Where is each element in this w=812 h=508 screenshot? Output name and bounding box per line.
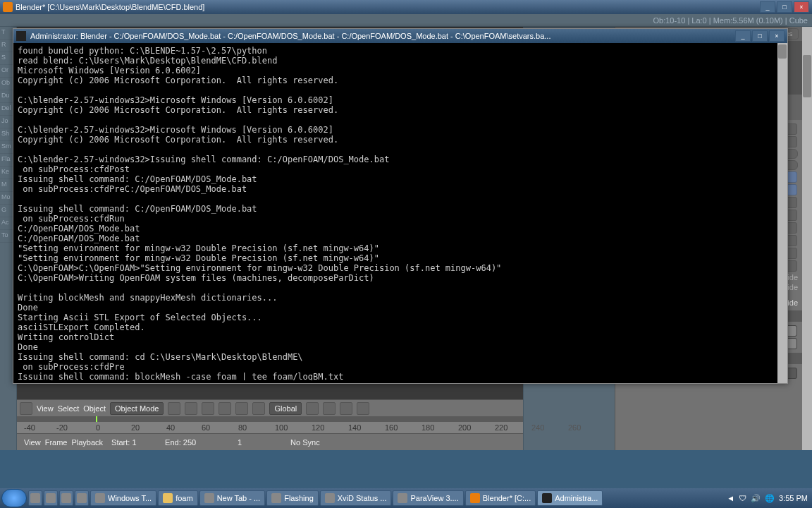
current-frame[interactable]: 1 [219,438,261,447]
object-menu[interactable]: Object [83,404,106,413]
viewport-header: View Select Object Object Mode Global [17,399,523,416]
console-titlebar[interactable]: Administrator: Blender - C:/OpenFOAM/DOS… [13,29,787,43]
manip-rotate-icon[interactable] [235,402,248,415]
select-menu[interactable]: Select [58,404,80,413]
pivot-icon[interactable] [185,402,197,415]
quick-launch-icon[interactable] [75,490,89,506]
editor-type-icon[interactable] [20,402,32,415]
blender-titlebar[interactable]: Blender* [C:\Users\Mark\Desktop\BlendME\… [0,0,812,14]
start-frame[interactable]: Start: 1 [111,438,161,447]
blender-info-bar: Ob:10-10 | La:0 | Mem:5.56M (0.10M) | Cu… [0,14,812,27]
tray-icon[interactable]: 🛡 [739,494,746,502]
tray-icon[interactable]: 🔊 [751,494,761,503]
taskbar-item[interactable]: ParaView 3.... [393,490,463,506]
manip-translate-icon[interactable] [219,402,231,415]
taskbar-item[interactable]: Flashing [266,490,319,506]
tl-frame-menu[interactable]: Frame [45,438,68,447]
manip-scale-icon[interactable] [252,402,265,415]
timeline-ruler[interactable]: -40 -20 0 20 40 60 80 100 120 140 160 18… [17,422,523,433]
taskbar: Windows T... foam New Tab - ... Flashing… [0,488,812,508]
minimize-button[interactable]: _ [760,1,775,13]
cmd-icon [16,31,26,41]
end-frame[interactable]: End: 250 [165,438,214,447]
shading-icon[interactable] [168,402,180,415]
console-scrollbar[interactable] [777,43,787,383]
quick-launch-icon[interactable] [28,490,42,506]
scrollbar-area [802,27,812,450]
layers2-icon[interactable] [323,402,336,415]
taskbar-item[interactable]: New Tab - ... [199,490,266,506]
timeline-track[interactable] [17,416,523,422]
snap-icon[interactable] [340,402,352,415]
blender-icon [3,2,13,12]
render-icon[interactable] [357,402,369,415]
taskbar-item[interactable]: foam [158,490,197,506]
tray-icon[interactable]: ◄ [727,494,734,502]
manipulator-icon[interactable] [202,402,214,415]
window-title: Blender* [C:\Users\Mark\Desktop\BlendME\… [16,3,204,11]
info-stats: Ob:10-10 | La:0 | Mem:5.56M (0.10M) | Cu… [653,16,808,25]
console-minimize[interactable]: _ [735,30,751,42]
quick-launch-icon[interactable] [44,490,58,506]
tray-icon[interactable]: 🌐 [765,494,775,503]
taskbar-item[interactable]: XviD Status ... [320,490,392,506]
taskbar-item[interactable]: Windows T... [90,490,156,506]
system-tray[interactable]: ◄ 🛡 🔊 🌐 3:55 PM [727,494,811,503]
layers-icon[interactable] [306,402,319,415]
maximize-button[interactable]: □ [777,1,792,13]
clock[interactable]: 3:55 PM [779,494,808,502]
taskbar-item-active[interactable]: Administra... [537,490,603,506]
console-window[interactable]: Administrator: Blender - C:/OpenFOAM/DOS… [13,28,788,384]
mode-select[interactable]: Object Mode [110,402,164,415]
console-title-text: Administrator: Blender - C:/OpenFOAM/DOS… [30,32,550,40]
taskbar-item[interactable]: Blender* [C:... [465,490,536,506]
start-button[interactable] [1,489,27,507]
timeline-header: View Frame Playback Start: 1 End: 250 1 … [17,433,523,450]
close-button[interactable]: × [794,1,809,13]
console-maximize[interactable]: □ [752,30,768,42]
scrollbar[interactable] [802,27,812,450]
console-output[interactable]: found bundled python: C:\BLENDE~1.57-\2.… [13,43,787,380]
quick-launch-icon[interactable] [59,490,73,506]
tl-playback-menu[interactable]: Playback [71,438,103,447]
view-menu[interactable]: View [37,404,54,413]
sync-mode[interactable]: No Sync [290,438,320,447]
orientation-select[interactable]: Global [269,402,302,415]
tl-view-menu[interactable]: View [24,438,41,447]
console-close[interactable]: × [769,30,785,42]
